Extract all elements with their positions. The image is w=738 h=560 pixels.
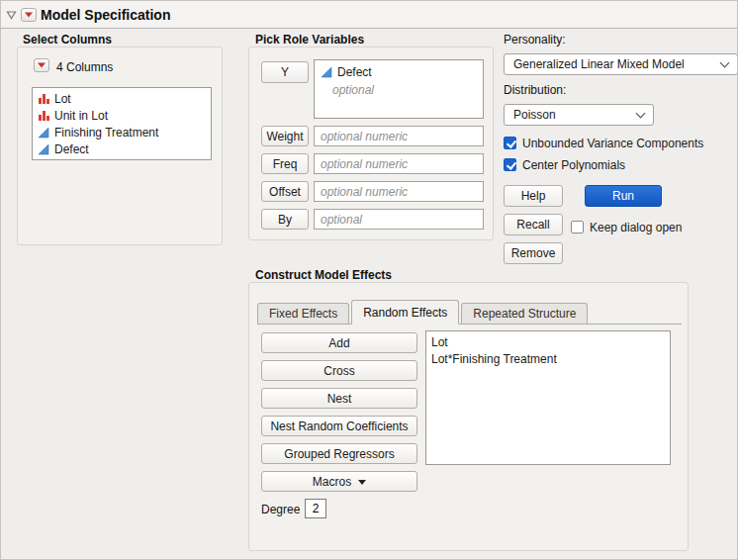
- freq-placeholder: optional numeric: [321, 157, 408, 171]
- y-role-button[interactable]: Y: [261, 61, 309, 83]
- personality-label: Personality:: [504, 33, 566, 47]
- red-triangle-glyph: [38, 62, 46, 68]
- y-variable-row[interactable]: Defect: [321, 64, 477, 80]
- select-columns-label: Select Columns: [23, 33, 112, 47]
- column-label: Defect: [54, 142, 89, 156]
- by-placeholder: optional: [321, 213, 362, 227]
- column-label: Unit in Lot: [54, 109, 108, 123]
- y-optional-placeholder: optional: [332, 83, 477, 97]
- collapse-triangle-icon[interactable]: [6, 10, 17, 20]
- red-triangle-menu-icon[interactable]: [21, 8, 37, 22]
- offset-role-button[interactable]: Offset: [261, 181, 309, 202]
- weight-role-button[interactable]: Weight: [261, 126, 309, 146]
- column-label: Finishing Treatment: [54, 126, 158, 140]
- nominal-icon: [38, 110, 49, 122]
- effect-label: Lot: [431, 335, 448, 349]
- personality-value: Generalized Linear Mixed Model: [513, 57, 685, 71]
- columns-menu-icon[interactable]: [34, 58, 49, 72]
- nest-button[interactable]: Nest: [261, 388, 417, 409]
- column-label: Lot: [54, 92, 71, 106]
- dropdown-caret-icon: [358, 480, 366, 485]
- model-effects-panel: Fixed Effects Random Effects Repeated St…: [248, 282, 689, 551]
- distribution-value: Poisson: [513, 108, 556, 122]
- chevron-down-icon: [636, 108, 646, 118]
- continuous-icon: [38, 143, 49, 155]
- page-title: Model Specification: [41, 7, 170, 23]
- pick-roles-panel: Y Defect optional Weight optional numeri…: [248, 47, 494, 240]
- checkbox-icon[interactable]: [504, 158, 516, 171]
- effects-tabbar: Fixed Effects Random Effects Repeated St…: [257, 299, 682, 325]
- distribution-label: Distribution:: [504, 83, 566, 97]
- checkbox-label: Center Polynomials: [522, 158, 625, 172]
- effect-item[interactable]: Lot*Finishing Treatment: [426, 350, 670, 367]
- pick-roles-label: Pick Role Variables: [255, 33, 364, 47]
- effect-item[interactable]: Lot: [426, 333, 670, 350]
- offset-drop-zone[interactable]: optional numeric: [314, 181, 484, 202]
- checkbox-label: Keep dialog open: [590, 221, 682, 234]
- remove-button[interactable]: Remove: [504, 242, 563, 264]
- effect-label: Lot*Finishing Treatment: [431, 352, 557, 366]
- nest-random-coefficients-button[interactable]: Nest Random Coefficients: [261, 416, 417, 436]
- distribution-select[interactable]: Poisson: [504, 104, 654, 126]
- degree-input[interactable]: [305, 499, 326, 518]
- add-button[interactable]: Add: [261, 332, 417, 353]
- unbounded-variance-checkbox-row[interactable]: Unbounded Variance Components: [504, 136, 703, 150]
- model-specification-window: Model Specification Select Columns 4 Col…: [0, 0, 738, 560]
- degree-label: Degree: [261, 503, 300, 516]
- weight-drop-zone[interactable]: optional numeric: [314, 126, 484, 146]
- model-effects-label: Construct Model Effects: [255, 268, 392, 282]
- continuous-icon: [321, 66, 332, 78]
- checkbox-label: Unbounded Variance Components: [522, 137, 703, 150]
- y-drop-zone[interactable]: Defect optional: [314, 59, 484, 119]
- header: Model Specification: [1, 1, 738, 29]
- chevron-down-icon: [720, 57, 730, 67]
- freq-role-button[interactable]: Freq: [261, 153, 309, 174]
- tab-repeated-structure[interactable]: Repeated Structure: [461, 303, 588, 324]
- macros-button[interactable]: Macros: [261, 471, 417, 492]
- tab-random-effects[interactable]: Random Effects: [351, 300, 459, 325]
- checkbox-icon[interactable]: [571, 221, 584, 233]
- continuous-icon: [38, 127, 49, 139]
- columns-list[interactable]: Lot Unit in Lot Finishing Treatment Defe…: [32, 87, 212, 160]
- macros-label: Macros: [313, 475, 351, 489]
- grouped-regressors-button[interactable]: Grouped Regressors: [261, 443, 417, 464]
- effects-list[interactable]: Lot Lot*Finishing Treatment: [425, 330, 671, 465]
- columns-count-label: 4 Columns: [56, 60, 113, 74]
- column-item[interactable]: Lot: [33, 90, 211, 107]
- weight-placeholder: optional numeric: [321, 130, 408, 143]
- freq-drop-zone[interactable]: optional numeric: [314, 153, 484, 174]
- keep-dialog-checkbox-row[interactable]: Keep dialog open: [571, 220, 682, 234]
- by-drop-zone[interactable]: optional: [314, 209, 484, 230]
- cross-button[interactable]: Cross: [261, 360, 417, 381]
- column-item[interactable]: Finishing Treatment: [33, 124, 211, 140]
- center-polynomials-checkbox-row[interactable]: Center Polynomials: [504, 157, 625, 172]
- nominal-icon: [38, 93, 49, 105]
- help-button[interactable]: Help: [504, 185, 563, 207]
- recall-button[interactable]: Recall: [504, 214, 563, 235]
- column-item[interactable]: Unit in Lot: [33, 107, 211, 124]
- y-variable-label: Defect: [337, 65, 372, 79]
- red-triangle-glyph: [25, 12, 33, 18]
- checkbox-icon[interactable]: [504, 137, 516, 149]
- select-columns-panel: 4 Columns Lot Unit in Lot Finishing Trea…: [17, 47, 223, 245]
- run-button[interactable]: Run: [585, 185, 662, 207]
- offset-placeholder: optional numeric: [321, 185, 408, 199]
- by-role-button[interactable]: By: [261, 209, 309, 230]
- column-item[interactable]: Defect: [33, 140, 211, 157]
- personality-select[interactable]: Generalized Linear Mixed Model: [504, 53, 738, 75]
- tab-fixed-effects[interactable]: Fixed Effects: [257, 303, 349, 324]
